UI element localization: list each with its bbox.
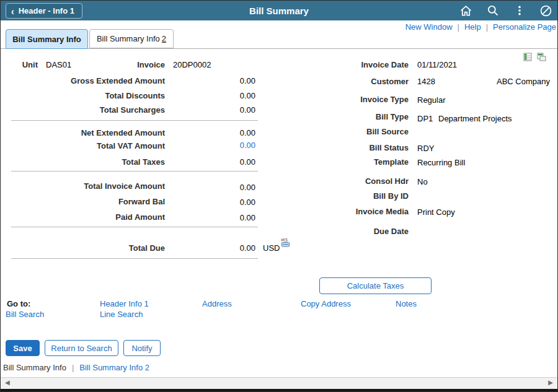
paid-amount-value: 0.00 (187, 213, 255, 222)
forward-bal-label: Forward Bal (1, 197, 165, 206)
gross-extended-amount-value: 0.00 (187, 76, 255, 85)
total-invoice-amount-label: Total Invoice Amount (1, 181, 165, 191)
total-due-label: Total Due (1, 243, 165, 253)
tab-label: Bill Summary Info (97, 34, 160, 43)
bill-status-value: RDY (417, 144, 434, 153)
goto-address-link[interactable]: Address (202, 299, 232, 308)
top-bar-icons (459, 1, 552, 20)
tab-label: Bill Summary Info (12, 35, 81, 44)
horizontal-scrollbar[interactable] (1, 377, 557, 389)
utility-separator: | (486, 22, 488, 32)
total-vat-amount-link[interactable]: 0.00 (187, 141, 255, 150)
total-discounts-value: 0.00 (187, 91, 255, 100)
footer-bill-summary-info-2-link[interactable]: Bill Summary Info 2 (79, 363, 149, 372)
scroll-left-arrow-icon[interactable]: ◀ (5, 380, 10, 386)
help-link[interactable]: Help (464, 22, 481, 32)
total-taxes-label: Total Taxes (1, 157, 165, 167)
goto-line-search-link[interactable]: Line Search (100, 310, 143, 319)
bill-status-label: Bill Status (273, 143, 409, 152)
bill-type-value: DP1 (417, 114, 433, 123)
total-due-value: 0.00 (187, 243, 255, 253)
customer-id-value: 1428 (417, 77, 435, 86)
grid-zoom-icon[interactable] (537, 53, 546, 64)
notify-button[interactable]: Notify (123, 340, 161, 356)
invoice-type-value: Regular (417, 95, 446, 105)
invoice-value: 20DP0002 (173, 60, 211, 69)
invoice-media-value: Print Copy (417, 207, 455, 217)
customer-label: Customer (273, 77, 409, 86)
total-discounts-label: Total Discounts (1, 91, 165, 100)
consol-hdr-value: No (417, 177, 428, 186)
utility-links: New Window | Help | Personalize Page (405, 22, 556, 32)
goto-label: Go to: (7, 299, 30, 308)
section-divider (11, 120, 258, 121)
actions-menu-icon[interactable] (513, 4, 526, 17)
invoice-media-label: Invoice Media (273, 207, 409, 216)
currency-conversion-icon[interactable]: ¥€$ (280, 238, 291, 250)
goto-header-info-1-link[interactable]: Header Info 1 (100, 299, 149, 308)
consol-hdr-label: Consol Hdr (273, 176, 409, 186)
due-date-label: Due Date (273, 227, 409, 236)
template-label: Template (273, 157, 409, 167)
search-icon[interactable] (486, 4, 499, 17)
total-surcharges-value: 0.00 (187, 105, 255, 115)
section-divider (11, 258, 258, 259)
footer-current-page: Bill Summary Info (3, 363, 66, 372)
net-extended-amount-value: 0.00 (187, 128, 255, 137)
tab-access-key: 2 (162, 34, 166, 43)
total-due-currency: USD (263, 243, 280, 253)
template-value: Recurring Bill (417, 158, 465, 167)
tab-bill-summary-info[interactable]: Bill Summary Info (6, 29, 88, 49)
calculate-taxes-button[interactable]: Calculate Taxes (319, 277, 432, 294)
customer-name-value: ABC Company (497, 77, 550, 86)
goto-notes-link[interactable]: Notes (396, 299, 417, 308)
utility-separator: | (458, 22, 459, 32)
footer-separator: | (72, 363, 74, 372)
paid-amount-label: Paid Amount (1, 212, 165, 222)
total-surcharges-label: Total Surcharges (1, 105, 165, 115)
bill-type-label: Bill Type (273, 112, 409, 121)
export-grid-icon[interactable] (523, 53, 532, 64)
section-divider (11, 171, 258, 172)
top-bar: ‹ Header - Info 1 Bill Summary (1, 1, 557, 20)
total-taxes-value: 0.00 (187, 157, 255, 167)
personalize-page-link[interactable]: Personalize Page (493, 22, 556, 32)
return-to-search-button[interactable]: Return to Search (45, 340, 118, 356)
tab-bill-summary-info-2[interactable]: Bill Summary Info 2 (89, 29, 174, 48)
section-divider (11, 227, 258, 227)
svg-text:¥€$: ¥€$ (281, 238, 288, 242)
invoice-date-label: Invoice Date (273, 60, 409, 69)
invoice-type-label: Invoice Type (273, 95, 409, 104)
bill-by-id-label: Bill By ID (273, 191, 409, 201)
forward-bal-value: 0.00 (187, 198, 255, 207)
save-button[interactable]: Save (6, 340, 40, 356)
navbar-icon[interactable] (539, 4, 552, 17)
scroll-right-arrow-icon[interactable]: ▶ (548, 380, 553, 386)
bill-summary-page: ‹ Header - Info 1 Bill Summary (0, 0, 558, 392)
goto-copy-address-link[interactable]: Copy Address (301, 299, 351, 308)
net-extended-amount-label: Net Extended Amount (1, 128, 165, 137)
footer-page-links: Bill Summary Info | Bill Summary Info 2 (3, 363, 149, 372)
bill-type-description: Department Projects (438, 114, 512, 123)
invoice-date-value: 01/11/2021 (417, 60, 457, 69)
total-vat-amount-label: Total VAT Amount (1, 141, 165, 150)
bill-source-label: Bill Source (273, 127, 409, 136)
invoice-label: Invoice (1, 60, 165, 69)
gross-extended-amount-label: Gross Extended Amount (1, 76, 165, 85)
home-icon[interactable] (459, 4, 472, 17)
goto-bill-search-link[interactable]: Bill Search (6, 310, 44, 319)
window-bottom-edge (1, 389, 557, 392)
total-invoice-amount-value: 0.00 (187, 183, 255, 192)
new-window-link[interactable]: New Window (405, 22, 453, 32)
